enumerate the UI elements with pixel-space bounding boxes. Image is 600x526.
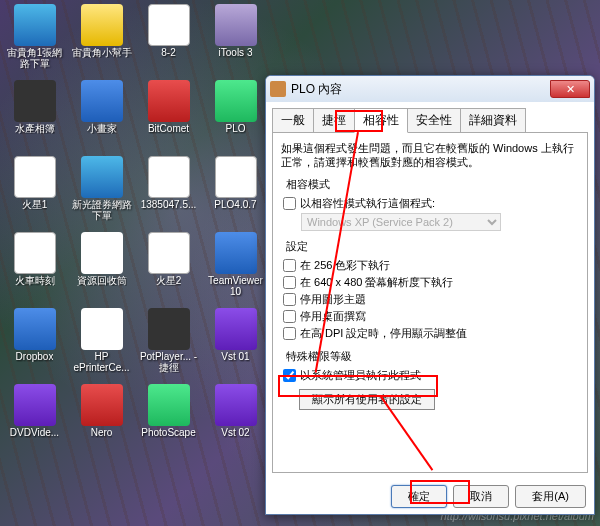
tab-詳細資料[interactable]: 詳細資料: [460, 108, 526, 132]
tab-一般[interactable]: 一般: [272, 108, 314, 132]
desktop-icon[interactable]: 小畫家: [69, 80, 134, 152]
app-icon: [81, 384, 123, 426]
all-users-wrap: 顯示所有使用者的設定: [299, 389, 579, 410]
app-icon: [14, 308, 56, 350]
icon-label: 資源回收筒: [77, 275, 127, 286]
app-icon: [81, 4, 123, 46]
checkbox-disable-theme[interactable]: 停用圖形主題: [283, 292, 577, 307]
desktop-icon[interactable]: 1385047.5...: [136, 156, 201, 228]
desktop-icon[interactable]: 宙貴角1張網路下單: [2, 4, 67, 76]
window-title: PLO 內容: [291, 81, 550, 98]
app-icon: [215, 4, 257, 46]
icon-label: 水產相簿: [15, 123, 55, 134]
icon-label: HP ePrinterCe...: [70, 351, 134, 373]
app-icon: [148, 232, 190, 274]
desktop-icon[interactable]: BitComet: [136, 80, 201, 152]
app-icon: [148, 308, 190, 350]
desktop-icon[interactable]: Vst 02: [203, 384, 268, 456]
app-icon: [215, 308, 257, 350]
desktop-icon[interactable]: HP ePrinterCe...: [69, 308, 134, 380]
app-icon: [81, 232, 123, 274]
checkbox-run-as-admin[interactable]: 以系統管理員執行此程式: [283, 368, 577, 383]
desktop-icon[interactable]: Nero: [69, 384, 134, 456]
checkbox-640x480[interactable]: 在 640 x 480 螢幕解析度下執行: [283, 275, 577, 290]
desktop-icon[interactable]: 火星1: [2, 156, 67, 228]
desktop-icon[interactable]: Dropbox: [2, 308, 67, 380]
app-icon: [14, 232, 56, 274]
desktop-icon[interactable]: 火星2: [136, 232, 201, 304]
icon-label: BitComet: [148, 123, 189, 134]
group-priv: 特殊權限等級 以系統管理員執行此程式: [281, 345, 579, 383]
checkbox-admin-label: 以系統管理員執行此程式: [300, 368, 421, 383]
icon-label: PLO: [225, 123, 245, 134]
desktop-icon[interactable]: PotPlayer... - 捷徑: [136, 308, 201, 380]
desktop-icon[interactable]: iTools 3: [203, 4, 268, 76]
icon-label: PLO4.0.7: [214, 199, 256, 210]
checkbox-compat-mode-input[interactable]: [283, 197, 296, 210]
intro-text: 如果這個程式發生問題，而且它在較舊版的 Windows 上執行正常，請選擇和較舊…: [281, 141, 579, 169]
desktop-icon[interactable]: PLO: [203, 80, 268, 152]
checkbox-compat-mode[interactable]: 以相容性模式執行這個程式:: [283, 196, 577, 211]
app-icon: [215, 80, 257, 122]
app-icon: [14, 80, 56, 122]
app-icon: [14, 156, 56, 198]
desktop-icon[interactable]: 8-2: [136, 4, 201, 76]
apply-button[interactable]: 套用(A): [515, 485, 586, 508]
dialog-buttons: 確定 取消 套用(A): [266, 479, 594, 514]
desktop-icon[interactable]: 宙貴角小幫手: [69, 4, 134, 76]
icon-label: PotPlayer... - 捷徑: [137, 351, 201, 373]
icon-label: 新光證券網路下單: [70, 199, 134, 221]
checkbox-disable-dpi[interactable]: 在高 DPI 設定時，停用顯示調整值: [283, 326, 577, 341]
desktop-icon[interactable]: TeamViewer 10: [203, 232, 268, 304]
app-icon: [215, 232, 257, 274]
desktop-icon[interactable]: 新光證券網路下單: [69, 156, 134, 228]
app-icon: [81, 308, 123, 350]
app-icon: [148, 156, 190, 198]
icon-label: 宙貴角1張網路下單: [3, 47, 67, 69]
window-icon: [270, 81, 286, 97]
tab-捷徑[interactable]: 捷徑: [313, 108, 355, 132]
ok-button[interactable]: 確定: [391, 485, 447, 508]
tab-content: 如果這個程式發生問題，而且它在較舊版的 Windows 上執行正常，請選擇和較舊…: [272, 132, 588, 473]
titlebar[interactable]: PLO 內容 ✕: [266, 76, 594, 102]
icon-label: 小畫家: [87, 123, 117, 134]
icon-label: 火星1: [22, 199, 48, 210]
desktop-icon[interactable]: Vst 01: [203, 308, 268, 380]
desktop: 宙貴角1張網路下單宙貴角小幫手8-2iTools 3水產相簿小畫家BitCome…: [0, 0, 600, 526]
group-priv-title: 特殊權限等級: [283, 349, 355, 364]
icon-label: TeamViewer 10: [204, 275, 268, 297]
app-icon: [14, 4, 56, 46]
icon-label: Nero: [91, 427, 113, 438]
icon-label: 宙貴角小幫手: [72, 47, 132, 58]
icon-label: Dropbox: [16, 351, 54, 362]
app-icon: [81, 156, 123, 198]
desktop-icon[interactable]: DVDVide...: [2, 384, 67, 456]
app-icon: [81, 80, 123, 122]
desktop-icon[interactable]: PLO4.0.7: [203, 156, 268, 228]
desktop-icon[interactable]: 資源回收筒: [69, 232, 134, 304]
desktop-icon[interactable]: 水產相簿: [2, 80, 67, 152]
icon-label: PhotoScape: [141, 427, 196, 438]
desktop-icon[interactable]: PhotoScape: [136, 384, 201, 456]
icon-label: Vst 01: [221, 351, 249, 362]
tab-安全性[interactable]: 安全性: [407, 108, 461, 132]
checkbox-disable-dwm[interactable]: 停用桌面撰寫: [283, 309, 577, 324]
close-button[interactable]: ✕: [550, 80, 590, 98]
cancel-button[interactable]: 取消: [453, 485, 509, 508]
icon-label: 火車時刻: [15, 275, 55, 286]
checkbox-admin-input[interactable]: [283, 369, 296, 382]
show-all-users-button[interactable]: 顯示所有使用者的設定: [299, 389, 435, 410]
icon-label: 1385047.5...: [141, 199, 197, 210]
desktop-icon[interactable]: 火車時刻: [2, 232, 67, 304]
tab-相容性[interactable]: 相容性: [354, 108, 408, 133]
icon-label: 火星2: [156, 275, 182, 286]
select-compat[interactable]: Windows XP (Service Pack 2): [301, 213, 501, 231]
select-compat-wrap: Windows XP (Service Pack 2): [301, 213, 577, 231]
app-icon: [148, 80, 190, 122]
checkbox-256color[interactable]: 在 256 色彩下執行: [283, 258, 577, 273]
app-icon: [148, 384, 190, 426]
group-settings-title: 設定: [283, 239, 311, 254]
app-icon: [215, 384, 257, 426]
icon-label: DVDVide...: [10, 427, 59, 438]
tab-bar: 一般捷徑相容性安全性詳細資料: [266, 102, 594, 132]
